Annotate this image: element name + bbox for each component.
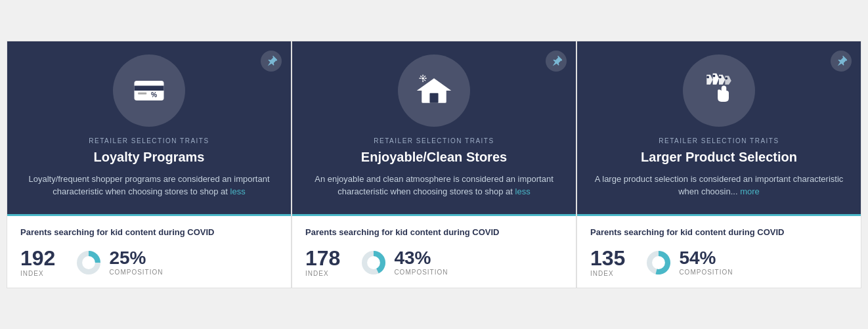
svg-rect-1 — [135, 85, 164, 91]
card-description: An enjoyable and clean atmosphere is con… — [308, 173, 560, 198]
svg-rect-8 — [429, 93, 438, 103]
composition-text-group: 54%COMPOSITION — [679, 249, 733, 276]
card-category: RETAILER SELECTION TRAITS — [374, 137, 494, 144]
card-bottom-label: Parents searching for kid content during… — [590, 227, 848, 238]
card-bottom-label: Parents searching for kid content during… — [20, 227, 278, 238]
svg-point-9 — [422, 77, 424, 79]
svg-point-18 — [367, 256, 380, 269]
index-value: 178 — [305, 248, 340, 269]
svg-text:%: % — [151, 91, 157, 99]
svg-point-19 — [706, 76, 709, 78]
metrics: 135INDEX54%COMPOSITION — [590, 248, 848, 277]
pie-chart — [75, 249, 102, 276]
card-bottom-enjoyable-clean-stores: Parents searching for kid content during… — [292, 214, 576, 288]
card-title: Loyalty Programs — [94, 150, 205, 165]
description-link[interactable]: more — [740, 186, 760, 196]
card-category: RETAILER SELECTION TRAITS — [659, 137, 779, 144]
cards-container: % RETAILER SELECTION TRAITSLoyalty Progr… — [7, 41, 861, 288]
index-value: 192 — [20, 248, 55, 269]
card-bottom-loyalty-programs: Parents searching for kid content during… — [7, 214, 291, 288]
card-larger-product-selection: RETAILER SELECTION TRAITSLarger Product … — [576, 41, 861, 288]
card-enjoyable-clean-stores: RETAILER SELECTION TRAITSEnjoyable/Clean… — [292, 41, 576, 288]
svg-point-5 — [82, 256, 95, 269]
card-title: Larger Product Selection — [641, 150, 797, 165]
pin-icon[interactable] — [261, 51, 282, 72]
card-category: RETAILER SELECTION TRAITS — [89, 137, 209, 144]
pin-icon[interactable] — [831, 51, 852, 72]
pin-icon[interactable] — [546, 51, 567, 72]
card-icon-circle: % — [113, 55, 185, 127]
card-top-larger-product-selection: RETAILER SELECTION TRAITSLarger Product … — [577, 41, 861, 214]
metric-index: 178INDEX — [305, 248, 340, 277]
card-title: Enjoyable/Clean Stores — [361, 150, 507, 165]
svg-line-15 — [424, 79, 425, 81]
index-label: INDEX — [590, 270, 625, 277]
card-top-enjoyable-clean-stores: RETAILER SELECTION TRAITSEnjoyable/Clean… — [292, 41, 576, 214]
card-top-loyalty-programs: % RETAILER SELECTION TRAITSLoyalty Progr… — [7, 41, 291, 214]
metric-composition: 54%COMPOSITION — [645, 249, 733, 276]
metrics: 178INDEX43%COMPOSITION — [305, 248, 563, 277]
card-bottom-larger-product-selection: Parents searching for kid content during… — [577, 214, 861, 288]
metric-index: 135INDEX — [590, 248, 625, 277]
index-value: 135 — [590, 248, 625, 269]
svg-marker-6 — [417, 78, 452, 91]
metric-composition: 43%COMPOSITION — [360, 249, 448, 276]
description-link[interactable]: less — [230, 186, 246, 196]
pie-chart — [360, 249, 387, 276]
composition-text-group: 43%COMPOSITION — [394, 249, 448, 276]
svg-line-16 — [424, 76, 425, 77]
index-label: INDEX — [305, 270, 340, 277]
pie-chart — [645, 249, 672, 276]
composition-label: COMPOSITION — [679, 269, 733, 276]
composition-value: 25% — [109, 249, 163, 267]
card-loyalty-programs: % RETAILER SELECTION TRAITSLoyalty Progr… — [7, 41, 292, 288]
index-label: INDEX — [20, 270, 55, 277]
card-description: Loyalty/frequent shopper programs are co… — [23, 173, 275, 198]
composition-label: COMPOSITION — [394, 269, 448, 276]
svg-point-24 — [652, 256, 665, 269]
svg-point-21 — [719, 76, 722, 78]
card-icon-circle — [683, 55, 755, 127]
metric-index: 192INDEX — [20, 248, 55, 277]
composition-text-group: 25%COMPOSITION — [109, 249, 163, 276]
composition-label: COMPOSITION — [109, 269, 163, 276]
composition-value: 43% — [394, 249, 448, 267]
metric-composition: 25%COMPOSITION — [75, 249, 163, 276]
svg-line-14 — [420, 76, 422, 77]
card-description: A large product selection is considered … — [593, 173, 845, 198]
svg-point-20 — [713, 75, 716, 77]
description-link[interactable]: less — [515, 186, 531, 196]
svg-rect-3 — [138, 93, 146, 95]
card-icon-circle — [398, 55, 470, 127]
metrics: 192INDEX25%COMPOSITION — [20, 248, 278, 277]
card-bottom-label: Parents searching for kid content during… — [305, 227, 563, 238]
svg-point-22 — [725, 77, 727, 79]
composition-value: 54% — [679, 249, 733, 267]
